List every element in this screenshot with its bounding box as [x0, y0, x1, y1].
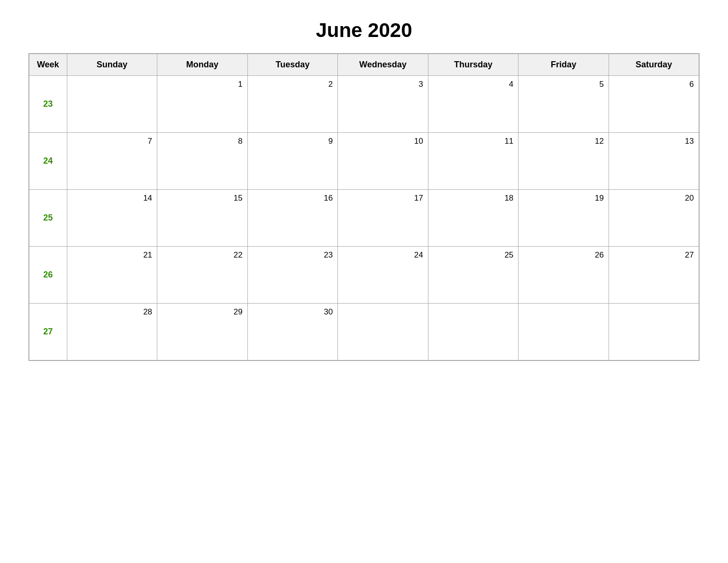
day-number: 1	[162, 80, 243, 89]
day-number: 21	[72, 250, 153, 260]
calendar-body: 2312345624789101112132514151617181920262…	[29, 76, 699, 360]
day-number: 30	[253, 307, 333, 317]
calendar-table: WeekSundayMondayTuesdayWednesdayThursday…	[28, 53, 700, 361]
day-number: 10	[343, 137, 423, 146]
day-cell: 24	[338, 247, 428, 304]
header-thursday: Thursday	[428, 54, 519, 76]
week-number: 27	[29, 304, 67, 360]
day-cell: 16	[247, 190, 338, 247]
header-saturday: Saturday	[609, 54, 699, 76]
day-cell: 19	[519, 190, 609, 247]
day-number: 3	[343, 80, 423, 89]
header-wednesday: Wednesday	[338, 54, 428, 76]
day-number: 18	[433, 194, 514, 203]
header-monday: Monday	[157, 54, 248, 76]
day-number: 24	[343, 250, 423, 260]
day-cell: 11	[428, 133, 519, 190]
day-number: 15	[162, 194, 243, 203]
header-row: WeekSundayMondayTuesdayWednesdayThursday…	[29, 54, 699, 76]
day-cell: 12	[519, 133, 609, 190]
day-number: 26	[523, 250, 604, 260]
day-number: 12	[523, 137, 604, 146]
day-cell: 20	[609, 190, 699, 247]
day-cell: 1	[157, 76, 248, 133]
day-cell: 25	[428, 247, 519, 304]
day-cell	[428, 304, 519, 360]
day-number: 25	[433, 250, 514, 260]
calendar-header: WeekSundayMondayTuesdayWednesdayThursday…	[29, 54, 699, 76]
week-row: 2478910111213	[29, 133, 699, 190]
day-number: 28	[72, 307, 153, 317]
day-cell: 14	[67, 190, 157, 247]
day-number: 7	[72, 137, 153, 146]
header-tuesday: Tuesday	[247, 54, 338, 76]
day-cell: 23	[247, 247, 338, 304]
day-cell: 9	[247, 133, 338, 190]
day-cell: 26	[519, 247, 609, 304]
week-row: 2514151617181920	[29, 190, 699, 247]
day-cell: 13	[609, 133, 699, 190]
day-cell: 10	[338, 133, 428, 190]
day-number: 6	[614, 80, 694, 89]
header-sunday: Sunday	[67, 54, 157, 76]
week-row: 23123456	[29, 76, 699, 133]
week-number: 26	[29, 247, 67, 304]
week-row: 27282930	[29, 304, 699, 360]
day-number: 8	[162, 137, 243, 146]
day-number: 22	[162, 250, 243, 260]
day-cell: 8	[157, 133, 248, 190]
day-number: 9	[253, 137, 333, 146]
day-number: 27	[614, 250, 694, 260]
day-cell: 27	[609, 247, 699, 304]
day-cell	[519, 304, 609, 360]
day-number: 17	[343, 194, 423, 203]
day-cell	[609, 304, 699, 360]
week-number: 23	[29, 76, 67, 133]
day-number: 5	[523, 80, 604, 89]
day-cell: 15	[157, 190, 248, 247]
day-cell: 4	[428, 76, 519, 133]
calendar-title: June 2020	[316, 19, 412, 42]
day-cell: 30	[247, 304, 338, 360]
day-cell	[67, 76, 157, 133]
day-number: 16	[253, 194, 333, 203]
week-number: 24	[29, 133, 67, 190]
day-number: 11	[433, 137, 514, 146]
day-cell: 17	[338, 190, 428, 247]
day-cell: 28	[67, 304, 157, 360]
week-number: 25	[29, 190, 67, 247]
day-number: 14	[72, 194, 153, 203]
day-number: 4	[433, 80, 514, 89]
week-row: 2621222324252627	[29, 247, 699, 304]
day-cell: 2	[247, 76, 338, 133]
day-cell: 29	[157, 304, 248, 360]
day-cell: 7	[67, 133, 157, 190]
day-cell: 3	[338, 76, 428, 133]
day-number: 19	[523, 194, 604, 203]
day-cell: 18	[428, 190, 519, 247]
day-cell: 22	[157, 247, 248, 304]
day-number: 2	[253, 80, 333, 89]
day-number: 29	[162, 307, 243, 317]
day-number: 23	[253, 250, 333, 260]
day-number: 20	[614, 194, 694, 203]
day-cell: 6	[609, 76, 699, 133]
day-number: 13	[614, 137, 694, 146]
day-cell: 5	[519, 76, 609, 133]
header-week: Week	[29, 54, 67, 76]
day-cell: 21	[67, 247, 157, 304]
day-cell	[338, 304, 428, 360]
header-friday: Friday	[519, 54, 609, 76]
